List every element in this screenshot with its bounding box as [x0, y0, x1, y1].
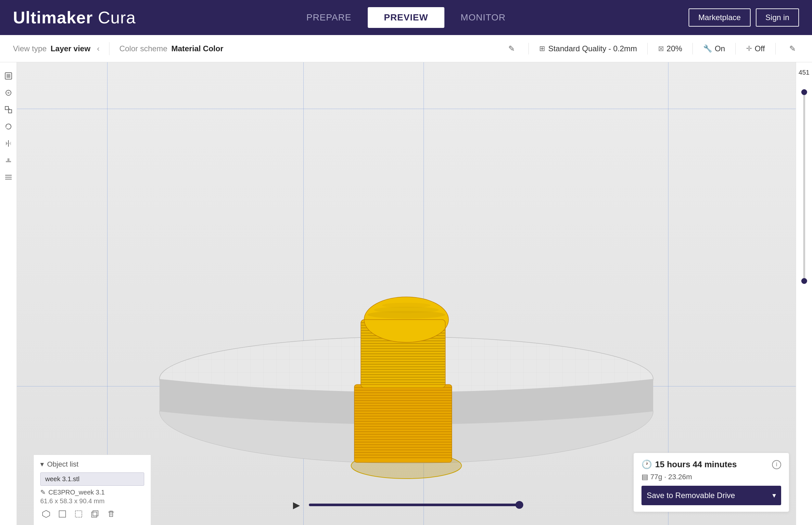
- tool-wireframe[interactable]: [73, 508, 85, 520]
- svg-rect-84: [91, 512, 97, 517]
- toolbar-edit-icon-2[interactable]: ✎: [786, 42, 799, 55]
- svg-rect-83: [75, 511, 82, 517]
- toolbar-separator-4: [693, 43, 693, 55]
- svg-rect-11: [8, 158, 10, 161]
- 3d-model: [335, 294, 478, 482]
- tool-rotate[interactable]: [1, 119, 16, 134]
- svg-point-3: [8, 92, 10, 94]
- layer-slider[interactable]: 451: [796, 62, 812, 525]
- svg-rect-32: [354, 416, 452, 417]
- svg-rect-61: [361, 351, 445, 352]
- svg-rect-71: [361, 377, 445, 378]
- tool-select[interactable]: [1, 69, 16, 83]
- toolbar-separator-2: [528, 43, 529, 55]
- svg-rect-40: [354, 436, 452, 437]
- svg-rect-28: [354, 405, 452, 406]
- slider-value: 451: [799, 69, 809, 76]
- scrubber-thumb[interactable]: [516, 501, 523, 509]
- slider-thumb-top[interactable]: [801, 89, 807, 95]
- tab-preview[interactable]: PREVIEW: [368, 7, 444, 28]
- svg-rect-43: [354, 444, 452, 445]
- svg-rect-30: [354, 410, 452, 411]
- object-list-panel: ▾ Object list week 3.1.stl ✎ CE3PRO_week…: [34, 454, 151, 525]
- object-dimensions: 61.6 x 58.3 x 90.4 mm: [40, 497, 144, 505]
- toolbar: View type Layer view ‹ Color scheme Mate…: [0, 35, 812, 62]
- svg-rect-47: [354, 454, 452, 455]
- svg-rect-58: [361, 343, 445, 344]
- toolbar-separator-6: [775, 43, 775, 55]
- logo-light: Cura: [93, 8, 136, 27]
- nav-tabs: PREPARE PREVIEW MONITOR: [290, 7, 522, 28]
- save-button[interactable]: Save to Removable Drive ▾: [641, 486, 781, 505]
- svg-rect-27: [354, 403, 452, 404]
- print-time: 15 hours 44 minutes: [655, 460, 737, 469]
- play-button[interactable]: ▶: [289, 498, 304, 512]
- save-dropdown-arrow[interactable]: ▾: [772, 491, 776, 500]
- material-icon: ▤: [641, 473, 650, 481]
- marketplace-button[interactable]: Marketplace: [688, 9, 751, 27]
- svg-rect-33: [354, 418, 452, 419]
- svg-rect-70: [361, 374, 445, 375]
- svg-rect-68: [361, 369, 445, 370]
- slider-thumb-bottom[interactable]: [801, 278, 807, 284]
- print-info-panel: 🕐 15 hours 44 minutes i ▤ 77g · 23.26m S…: [633, 453, 789, 512]
- tool-3d-view[interactable]: [40, 508, 52, 520]
- svg-rect-46: [354, 452, 452, 453]
- color-scheme-label: Color scheme: [119, 44, 167, 53]
- tool-mirror[interactable]: [1, 136, 16, 151]
- logo-bold: Ultimaker: [13, 8, 93, 27]
- scrubber-track[interactable]: [309, 504, 523, 506]
- svg-rect-41: [354, 439, 452, 440]
- object-list-title: Object list: [47, 460, 78, 468]
- adhesion-label: Off: [754, 44, 765, 53]
- svg-rect-73: [361, 382, 445, 383]
- guide-line-h1: [17, 109, 796, 109]
- svg-rect-72: [361, 379, 445, 380]
- svg-rect-34: [354, 421, 452, 422]
- svg-rect-25: [354, 397, 452, 399]
- quality-label: Standard Quality - 0.2mm: [548, 44, 637, 53]
- svg-marker-8: [6, 141, 8, 145]
- print-time-row: 🕐 15 hours 44 minutes i: [641, 460, 781, 469]
- signin-button[interactable]: Sign in: [756, 9, 799, 27]
- pencil-icon: ✎: [40, 488, 46, 496]
- svg-rect-24: [354, 395, 452, 396]
- tool-scale[interactable]: [1, 103, 16, 117]
- slider-track[interactable]: [803, 89, 805, 284]
- collapse-icon: ▾: [40, 460, 44, 468]
- tool-move[interactable]: [1, 86, 16, 100]
- object-list-header[interactable]: ▾ Object list: [40, 460, 144, 468]
- svg-rect-37: [354, 429, 452, 430]
- app-header: Ultimaker Cura PREPARE PREVIEW MONITOR M…: [0, 0, 812, 35]
- svg-rect-23: [354, 392, 452, 393]
- tool-clone[interactable]: [89, 508, 101, 520]
- print-material: ▤ 77g · 23.26m: [641, 473, 781, 481]
- tab-monitor[interactable]: MONITOR: [444, 7, 522, 28]
- svg-rect-10: [6, 161, 11, 162]
- svg-rect-60: [361, 348, 445, 349]
- edit-icon[interactable]: ✎: [505, 42, 518, 55]
- svg-rect-59: [361, 346, 445, 347]
- svg-rect-39: [354, 434, 452, 435]
- infill-pct: 20%: [667, 44, 682, 53]
- timeline-scrubber: ▶: [289, 498, 523, 512]
- info-icon[interactable]: i: [772, 460, 781, 469]
- svg-rect-36: [354, 426, 452, 427]
- tool-layers[interactable]: [1, 170, 16, 184]
- view-type-group: View type Layer view ‹: [13, 44, 99, 53]
- tool-support[interactable]: [1, 153, 16, 167]
- svg-rect-82: [59, 511, 66, 517]
- object-tools: [40, 508, 144, 520]
- svg-rect-65: [361, 361, 445, 362]
- object-info-row: ✎ CE3PRO_week 3.1: [40, 488, 144, 496]
- object-list-item[interactable]: week 3.1.stl: [40, 472, 144, 486]
- view-type-value: Layer view: [51, 44, 91, 53]
- svg-rect-66: [361, 364, 445, 365]
- svg-rect-45: [354, 449, 452, 450]
- tool-flat-view[interactable]: [57, 508, 68, 520]
- tool-delete[interactable]: [105, 508, 117, 520]
- view-type-chevron[interactable]: ‹: [97, 44, 99, 53]
- tab-prepare[interactable]: PREPARE: [290, 7, 368, 28]
- color-scheme-group: Color scheme Material Color: [119, 44, 223, 53]
- support-label: On: [714, 44, 725, 53]
